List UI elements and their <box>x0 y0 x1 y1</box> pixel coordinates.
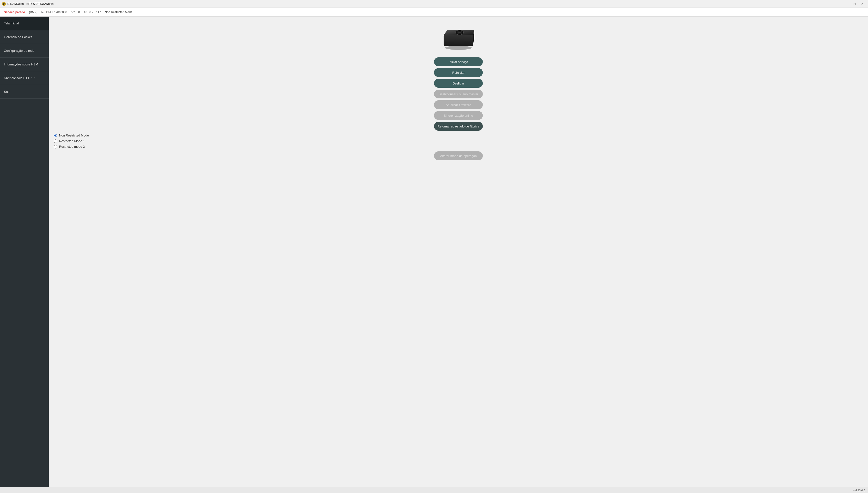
sidebar-item-gerencia-pocket[interactable]: Gerência do Pocket <box>0 30 49 44</box>
main-content: Iniciar serviço Reiniciar Desligar Desbl… <box>49 17 868 487</box>
radio-restricted-2-input[interactable] <box>54 145 57 148</box>
button-group: Iniciar serviço Reiniciar Desligar Desbl… <box>434 57 483 131</box>
window-controls: — □ ✕ <box>843 1 866 6</box>
ip-address: 10.53.76.117 <box>84 10 101 14</box>
radio-non-restricted-input[interactable] <box>54 134 57 137</box>
main-layout: Tela Inicial Gerência do Pocket Configur… <box>0 17 868 487</box>
app-icon: D <box>2 2 6 6</box>
gerencia-pocket-label: Gerência do Pocket <box>4 35 32 39</box>
sidebar: Tela Inicial Gerência do Pocket Configur… <box>0 17 49 487</box>
service-status: Serviço parado <box>4 10 25 14</box>
configuracao-rede-label: Configuração de rede <box>4 49 35 52</box>
informacoes-hsm-label: Informações sobre HSM <box>4 63 38 66</box>
status-bar: Serviço parado (DMP) NS DPHL17010000 5.2… <box>0 8 868 17</box>
radio-restricted-1-input[interactable] <box>54 140 57 143</box>
svg-point-0 <box>445 46 472 50</box>
sidebar-item-sair[interactable]: Sair <box>0 85 49 99</box>
radio-restricted-1-label: Restricted Mode 1 <box>59 139 85 143</box>
radio-non-restricted-label: Non Restricted Mode <box>59 133 89 137</box>
reiniciar-button[interactable]: Reiniciar <box>434 68 483 77</box>
title-bar: D DINAMOcon - KEY-STATION\Nadia — □ ✕ <box>0 0 868 8</box>
title-bar-left: D DINAMOcon - KEY-STATION\Nadia <box>2 2 54 6</box>
desbloquear-usuario-button: Desbloquear usuário master <box>434 90 483 99</box>
device-image-container <box>439 21 478 51</box>
tela-inicial-label: Tela Inicial <box>4 21 19 25</box>
svg-rect-1 <box>444 35 473 46</box>
sair-label: Sair <box>4 90 9 93</box>
iniciar-servico-button[interactable]: Iniciar serviço <box>434 57 483 66</box>
sidebar-item-configuracao-rede[interactable]: Configuração de rede <box>0 44 49 58</box>
retornar-fabrica-button[interactable]: Retornar ao estado de fábrica <box>434 122 483 131</box>
operation-mode: Non Restricted Mode <box>105 10 133 14</box>
radio-non-restricted[interactable]: Non Restricted Mode <box>54 133 102 137</box>
alterar-modo-button: Alterar modo de operação <box>434 151 483 160</box>
mode-label: (DMP) <box>29 10 38 14</box>
desligar-button[interactable]: Desligar <box>434 79 483 88</box>
maximize-button[interactable]: □ <box>851 1 858 6</box>
radio-group: Non Restricted Mode Restricted Mode 1 Re… <box>54 133 102 148</box>
sincronizacao-online-button: Sincronização online <box>434 111 483 120</box>
sidebar-item-tela-inicial[interactable]: Tela Inicial <box>0 17 49 30</box>
bottom-bar: v 4.13.0.0 <box>0 487 868 493</box>
device-id: NS DPHL17010000 <box>41 10 67 14</box>
version: 5.2.0.0 <box>71 10 80 14</box>
minimize-button[interactable]: — <box>843 1 850 6</box>
svg-point-4 <box>458 32 461 33</box>
atualizar-firmware-button: Atualizar firmware <box>434 100 483 109</box>
external-link-icon: ↗ <box>33 77 36 80</box>
sidebar-item-abrir-console[interactable]: Abrir console HTTP ↗ <box>0 71 49 85</box>
close-button[interactable]: ✕ <box>859 1 866 6</box>
window-title: DINAMOcon - KEY-STATION\Nadia <box>7 2 54 6</box>
abrir-console-label: Abrir console HTTP <box>4 76 31 80</box>
radio-restricted-2[interactable]: Restricted mode 2 <box>54 145 102 148</box>
sidebar-item-informacoes-hsm[interactable]: Informações sobre HSM <box>0 58 49 71</box>
radio-restricted-2-label: Restricted mode 2 <box>59 145 85 148</box>
version-text: v 4.13.0.0 <box>853 489 865 492</box>
device-image <box>439 21 478 51</box>
radio-restricted-1[interactable]: Restricted Mode 1 <box>54 139 102 143</box>
